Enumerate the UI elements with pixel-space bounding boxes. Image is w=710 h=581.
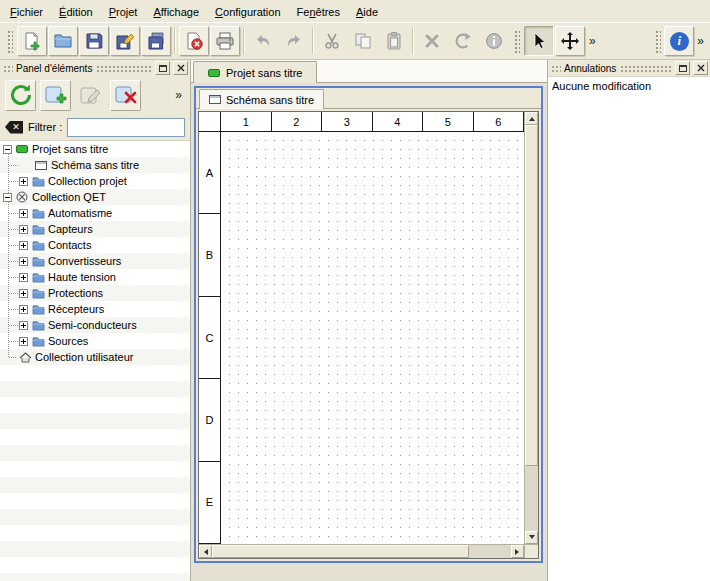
menu-fenetres[interactable]: Fenêtres (289, 1, 348, 22)
tree-item-label: Projet sans titre (32, 143, 108, 155)
schema-tab[interactable]: Schéma sans titre (199, 89, 324, 109)
undo-history-list[interactable]: Aucune modification (548, 76, 710, 581)
scroll-left-button[interactable] (199, 545, 212, 558)
expand-icon[interactable] (19, 321, 28, 330)
tree-item-haute-tension[interactable]: Haute tension (0, 269, 190, 285)
vertical-scroll-thumb[interactable] (525, 125, 538, 466)
horizontal-scrollbar[interactable] (199, 544, 524, 558)
expand-icon[interactable] (19, 337, 28, 346)
tree-item-schema[interactable]: Schéma sans titre (0, 157, 190, 173)
menu-edition[interactable]: Édition (51, 1, 101, 22)
delete-element-button[interactable] (110, 80, 141, 111)
close-icon (177, 64, 185, 72)
dock-close-button[interactable] (173, 61, 188, 75)
tree-item-project[interactable]: Projet sans titre (0, 141, 190, 157)
tree-item-convertisseurs[interactable]: Convertisseurs (0, 253, 190, 269)
menu-projet[interactable]: Projet (101, 1, 146, 22)
tree-item-collection-utilisateur[interactable]: Collection utilisateur (0, 349, 190, 365)
open-project-button[interactable] (48, 26, 78, 56)
tree-item-collection-qet[interactable]: Collection QET (0, 189, 190, 205)
menu-fichier[interactable]: Fichier (2, 1, 51, 22)
toolbar-handle[interactable] (6, 29, 13, 54)
toolbar-overflow-chevron[interactable]: » (694, 34, 707, 48)
expand-icon[interactable] (19, 273, 28, 282)
menu-configuration[interactable]: Configuration (207, 1, 288, 22)
tree-item-recepteurs[interactable]: Récepteurs (0, 301, 190, 317)
scroll-down-button[interactable] (525, 531, 538, 544)
tree-item-label: Automatisme (48, 207, 112, 219)
menu-aide[interactable]: Aide (348, 1, 386, 22)
tree-item-collection-projet[interactable]: Collection projet (0, 173, 190, 189)
scrollbar-corner (524, 544, 538, 558)
expand-icon[interactable] (19, 177, 28, 186)
toolbar-overflow-chevron[interactable]: » (586, 34, 599, 48)
schema-icon (34, 159, 48, 171)
collapse-icon[interactable] (3, 193, 12, 202)
save-button[interactable] (79, 26, 109, 56)
horizontal-scroll-thumb[interactable] (212, 545, 469, 558)
expand-icon[interactable] (19, 305, 28, 314)
save-as-button[interactable] (110, 26, 140, 56)
save-all-button[interactable] (141, 26, 171, 56)
vertical-scrollbar[interactable] (524, 112, 538, 544)
drawing-area[interactable] (221, 132, 524, 544)
tree-item-protections[interactable]: Protections (0, 285, 190, 301)
dock-float-button[interactable] (155, 61, 170, 75)
expand-icon[interactable] (19, 257, 28, 266)
undo-history-dock: Annulations Aucune modification (547, 60, 710, 581)
new-element-button[interactable] (40, 80, 71, 111)
delete-icon (422, 31, 442, 51)
toolbar-handle[interactable] (654, 29, 661, 54)
schema-canvas[interactable]: 1 2 3 4 5 6 A B C D (199, 112, 524, 544)
about-qet-button[interactable]: i (664, 26, 694, 56)
panel-overflow-chevron[interactable]: » (172, 88, 185, 102)
clear-filter-icon[interactable]: ✕ (5, 121, 23, 134)
close-file-button[interactable] (179, 26, 209, 56)
toolbar-handle[interactable] (513, 29, 520, 54)
new-document-button[interactable] (17, 26, 47, 56)
tree-item-sources[interactable]: Sources (0, 333, 190, 349)
tree-item-capteurs[interactable]: Capteurs (0, 221, 190, 237)
copy-icon (353, 31, 373, 51)
edit-element-button (75, 80, 106, 111)
schema-icon (209, 95, 221, 104)
selection-mode-button[interactable] (524, 26, 554, 56)
reload-collections-button[interactable] (5, 80, 36, 111)
dock-grip[interactable] (550, 64, 561, 73)
close-file-icon (184, 31, 204, 51)
print-button[interactable] (210, 26, 240, 56)
expand-icon[interactable] (19, 289, 28, 298)
home-icon (18, 351, 32, 363)
dock-close-button[interactable] (693, 61, 708, 75)
scroll-up-button[interactable] (525, 112, 538, 125)
elements-panel-titlebar[interactable]: Panel d'éléments (0, 60, 190, 76)
expand-icon[interactable] (19, 225, 28, 234)
horizontal-scroll-track[interactable] (212, 545, 511, 558)
tree-item-label: Haute tension (48, 271, 116, 283)
project-tab[interactable]: Projet sans titre (193, 61, 317, 83)
collapse-icon[interactable] (3, 145, 12, 154)
toolbar-separator (312, 28, 314, 54)
tree-item-semi-conducteurs[interactable]: Semi-conducteurs (0, 317, 190, 333)
dock-float-button[interactable] (675, 61, 690, 75)
dock-grip[interactable] (2, 64, 13, 73)
vertical-scroll-track[interactable] (525, 125, 538, 531)
tree-item-label: Collection QET (32, 191, 106, 203)
expand-icon[interactable] (19, 241, 28, 250)
menu-affichage[interactable]: Affichage (145, 1, 207, 22)
arrow-up-icon (529, 114, 535, 121)
visualisation-mode-button[interactable] (555, 26, 585, 56)
row-header: A (199, 132, 221, 214)
dock-grip[interactable] (95, 64, 152, 73)
filter-input[interactable] (67, 118, 185, 137)
undo-dock-titlebar[interactable]: Annulations (548, 60, 710, 76)
selection-arrow-icon (529, 31, 549, 51)
tree-item-automatisme[interactable]: Automatisme (0, 205, 190, 221)
folder-icon (31, 303, 45, 315)
save-as-icon (115, 31, 135, 51)
column-header: 4 (373, 112, 424, 132)
tree-item-contacts[interactable]: Contacts (0, 237, 190, 253)
scroll-right-button[interactable] (511, 545, 524, 558)
expand-icon[interactable] (19, 209, 28, 218)
dock-grip[interactable] (619, 64, 672, 73)
